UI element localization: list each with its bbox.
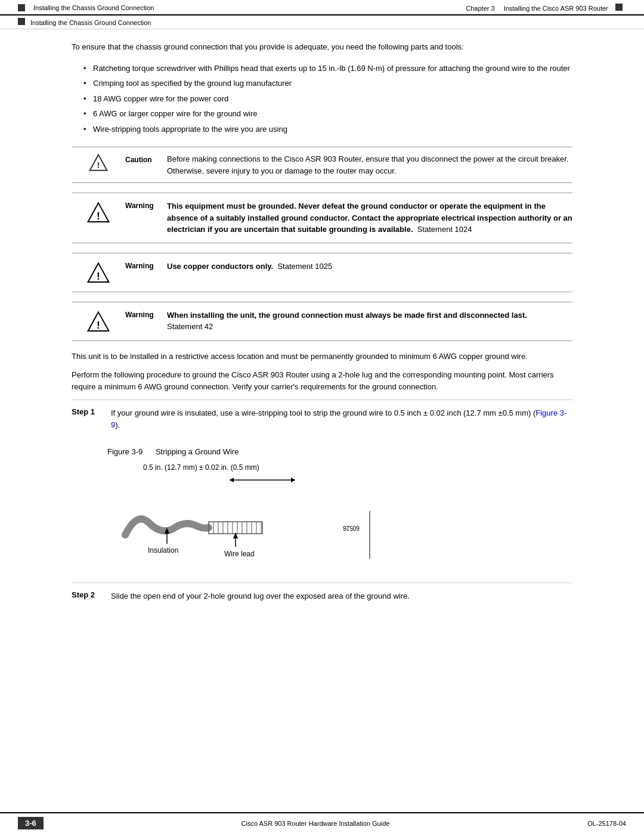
caution-icon: ! <box>89 153 108 172</box>
footer-document-number: OL-25178-04 <box>587 820 626 827</box>
list-item: Ratcheting torque screwdriver with Phill… <box>83 63 572 75</box>
figure-measurement-label: 0.5 in. (12.7 mm) ± 0.02 in. (0.5 mm) <box>143 463 259 472</box>
warning1-label: Warning <box>125 200 167 210</box>
warning2-block: ! Warning Use copper conductors only. St… <box>72 253 572 292</box>
step1-text-after: ). <box>115 420 120 429</box>
body-paragraph-1: This unit is to be installed in a restri… <box>72 351 572 363</box>
intro-paragraph: To ensure that the chassis ground connec… <box>72 41 572 53</box>
step1-block: Step 1 If your ground wire is insulated,… <box>72 400 572 438</box>
warning2-label: Warning <box>125 261 167 270</box>
figure-number: Figure 3-9 <box>107 447 143 456</box>
warning2-text-bold: Use copper conductors only. <box>167 262 273 271</box>
figure-diagram: 0.5 in. (12.7 mm) ± 0.02 in. (0.5 mm) <box>107 463 394 571</box>
warning3-text-bold: When installing the unit, the ground con… <box>167 311 527 320</box>
list-item: 18 AWG copper wire for the power cord <box>83 93 572 105</box>
header-chapter-info: Chapter 3 Installing the Cisco ASR 903 R… <box>466 4 626 12</box>
page-footer: 3-6 Cisco ASR 903 Router Hardware Instal… <box>0 812 644 833</box>
warning3-text: When installing the unit, the ground con… <box>167 309 572 333</box>
warning2-icon-col: ! <box>72 261 125 284</box>
warning2-text: Use copper conductors only. Statement 10… <box>167 261 572 272</box>
warning2-icon: ! <box>87 262 110 284</box>
header-square-right-icon <box>615 4 623 11</box>
warning3-label: Warning <box>125 309 167 319</box>
svg-text:Insulation: Insulation <box>148 546 178 555</box>
warning3-block: ! Warning When installing the unit, the … <box>72 302 572 341</box>
step1-text: If your ground wire is insulated, use a … <box>111 407 572 431</box>
caution-label: Caution <box>125 153 167 164</box>
footer-guide-title: Cisco ASR 903 Router Hardware Installati… <box>242 820 390 827</box>
svg-text:!: ! <box>97 210 100 222</box>
step2-text: Slide the open end of your 2-hole ground… <box>111 590 572 602</box>
figure-block: Figure 3-9 Stripping a Ground Wire 0.5 i… <box>107 447 572 571</box>
svg-text:60528: 60528 <box>343 525 360 531</box>
header-chapter: Chapter 3 <box>466 5 494 12</box>
caution-icon-col: ! <box>72 153 125 172</box>
page-header: Installing the Chassis Ground Connection… <box>0 0 644 16</box>
figure-title: Figure 3-9 Stripping a Ground Wire <box>107 447 572 456</box>
header-left: Installing the Chassis Ground Connection <box>18 4 154 11</box>
list-item: 6 AWG or larger copper wire for the grou… <box>83 108 572 120</box>
caution-block: ! Caution Before making connections to t… <box>72 147 572 183</box>
warning2-statement: Statement 1025 <box>277 262 332 271</box>
figure-caption: Stripping a Ground Wire <box>156 447 239 456</box>
subheader-label: Installing the Chassis Ground Connection <box>30 19 151 26</box>
warning1-statement: Statement 1024 <box>417 225 472 234</box>
warning1-text-bold: This equipment must be grounded. Never d… <box>167 202 572 234</box>
page-subheader: Installing the Chassis Ground Connection <box>0 16 644 29</box>
footer-page-number: 3-6 <box>18 817 44 829</box>
step1-text-before: If your ground wire is insulated, use a … <box>111 408 535 417</box>
main-content: To ensure that the chassis ground connec… <box>0 29 644 626</box>
warning3-icon-col: ! <box>72 309 125 333</box>
tools-list: Ratcheting torque screwdriver with Phill… <box>72 63 572 135</box>
svg-rect-11 <box>209 522 262 534</box>
header-section-label: Installing the Chassis Ground Connection <box>33 4 154 11</box>
caution-text: Before making connections to the Cisco A… <box>167 153 572 176</box>
warning1-text: This equipment must be grounded. Never d… <box>167 200 572 236</box>
warning1-icon-col: ! <box>72 200 125 224</box>
step2-block: Step 2 Slide the open end of your 2-hole… <box>72 583 572 609</box>
wire-diagram-svg: Insulation Wire lead 60528 <box>107 475 382 565</box>
warning3-icon: ! <box>87 311 110 333</box>
warning3-statement: Statement 42 <box>167 322 213 331</box>
step1-label: Step 1 <box>72 407 101 416</box>
body-paragraph-2: Perform the following procedure to groun… <box>72 369 572 392</box>
warning1-icon: ! <box>87 202 110 224</box>
header-square-icon <box>18 4 25 11</box>
step2-label: Step 2 <box>72 590 101 599</box>
svg-text:!: ! <box>97 270 100 282</box>
warning1-block: ! Warning This equipment must be grounde… <box>72 193 572 243</box>
header-chapter-title: Installing the Cisco ASR 903 Router <box>504 5 608 12</box>
list-item: Wire-stripping tools appropriate to the … <box>83 123 572 135</box>
svg-text:Wire lead: Wire lead <box>224 550 255 558</box>
list-item: Crimping tool as specified by the ground… <box>83 78 572 89</box>
svg-text:!: ! <box>97 160 100 170</box>
svg-text:!: ! <box>97 319 100 331</box>
subheader-square-icon <box>18 18 25 25</box>
